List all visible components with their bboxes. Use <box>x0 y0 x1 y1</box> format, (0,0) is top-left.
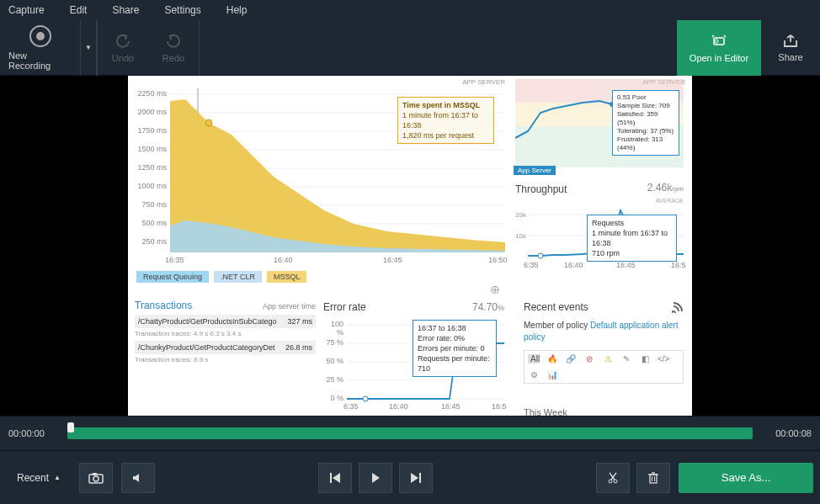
filter-code-icon[interactable]: </> <box>658 354 669 363</box>
redo-icon <box>165 33 182 50</box>
transaction-traces: Transaction traces: 8.9 s <box>135 356 316 363</box>
chart-legend: Request Queuing .NET CLR MSSQL <box>136 271 306 283</box>
timeline-track[interactable] <box>67 427 753 439</box>
svg-point-12 <box>205 119 212 126</box>
filter-layout-icon[interactable]: ◧ <box>639 354 651 363</box>
video-viewport: APP SERVER APP SERVER 2250 ms 2000 ms 17… <box>0 76 820 416</box>
volume-button[interactable] <box>121 463 155 493</box>
trash-icon <box>647 471 659 485</box>
svg-point-33 <box>609 480 612 483</box>
new-recording-label: New Recording <box>8 50 72 71</box>
menu-edit[interactable]: Edit <box>70 4 88 16</box>
svg-text:20k: 20k <box>515 211 527 219</box>
filter-edit-icon[interactable]: ✎ <box>620 354 632 363</box>
add-chart-icon[interactable]: ⊕ <box>490 283 500 296</box>
transaction-row[interactable]: /ChunkyProduct/GetProductCategoryDet 26.… <box>135 341 316 354</box>
transaction-row[interactable]: /ChattyProduct/GetProductsInSubCatego 32… <box>135 315 316 328</box>
svg-rect-0 <box>714 38 724 45</box>
transactions-subtitle: App server time <box>263 302 316 310</box>
event-filter-icons: All 🔥 🔗 ⊘ ⚠ ✎ ◧ </> ⚙ 📊 <box>524 350 684 384</box>
filter-chart-icon[interactable]: 📊 <box>546 370 558 379</box>
redo-button[interactable]: Redo <box>148 20 199 76</box>
svg-rect-32 <box>419 473 421 483</box>
svg-point-34 <box>614 480 617 483</box>
play-button[interactable] <box>359 463 392 493</box>
error-rate-title: Error rate <box>323 301 366 313</box>
svg-point-1 <box>715 40 718 43</box>
record-icon <box>29 25 51 47</box>
tooltip-throughput: Requests 1 minute from 16:37 to 16:38 71… <box>587 215 677 262</box>
svg-rect-35 <box>650 475 657 483</box>
new-recording-dropdown[interactable]: ▼ <box>80 20 97 76</box>
screenshot-button[interactable] <box>79 463 113 493</box>
save-as-button[interactable]: Save As... <box>679 463 813 493</box>
tooltip-apdex: 0.53 Poor Sample Size: 709 Satisfied: 35… <box>612 90 679 156</box>
transaction-traces: Transaction traces: 4.9 s 6.3 s 3.4 s <box>135 330 316 337</box>
svg-text:10k: 10k <box>515 232 527 240</box>
recent-button[interactable]: Recent▲ <box>7 463 71 493</box>
scissors-icon <box>607 471 619 485</box>
filter-block-icon[interactable]: ⊘ <box>583 354 595 363</box>
undo-label: Undo <box>112 53 134 63</box>
menu-share[interactable]: Share <box>112 4 139 16</box>
recent-events-panel: Recent events Member of policy Default a… <box>524 301 684 384</box>
editor-icon <box>710 33 728 50</box>
redo-label: Redo <box>162 53 184 63</box>
menu-settings[interactable]: Settings <box>164 4 200 16</box>
playhead[interactable] <box>67 422 74 432</box>
prev-button[interactable] <box>318 463 352 493</box>
error-rate-value: 74.70% <box>472 301 504 313</box>
controls-bar: Recent▲ Save As... <box>0 451 820 504</box>
transactions-title[interactable]: Transactions <box>135 300 192 311</box>
filter-all[interactable]: All <box>528 354 540 363</box>
legend-request-queuing[interactable]: Request Queuing <box>136 271 209 283</box>
events-body: Member of policy Default application ale… <box>524 320 684 343</box>
undo-button[interactable]: Undo <box>98 20 148 76</box>
menu-help[interactable]: Help <box>226 4 248 16</box>
rss-icon[interactable] <box>672 301 684 313</box>
cut-button[interactable] <box>596 463 630 493</box>
share-icon <box>781 34 800 49</box>
undo-icon <box>114 33 131 50</box>
this-week-label: This Week <box>524 407 567 416</box>
camera-icon <box>88 472 104 484</box>
share-button[interactable]: Share <box>761 20 820 76</box>
time-start: 00:00:00 <box>8 428 55 438</box>
delete-button[interactable] <box>636 463 670 493</box>
next-button[interactable] <box>399 463 433 493</box>
captured-content: APP SERVER APP SERVER 2250 ms 2000 ms 17… <box>128 76 692 416</box>
legend-mssql[interactable]: MSSQL <box>267 271 307 283</box>
new-recording-button[interactable]: New Recording <box>0 20 80 76</box>
filter-link-icon[interactable]: 🔗 <box>565 354 577 363</box>
svg-rect-31 <box>330 473 332 483</box>
tooltip-error: 16:37 to 16:38 Error rate: 0% Errors per… <box>413 320 497 377</box>
app-server-tag[interactable]: App Server <box>514 166 556 175</box>
open-editor-label: Open in Editor <box>690 53 748 63</box>
share-label: Share <box>778 52 802 62</box>
svg-point-29 <box>93 476 99 481</box>
throughput-title: Throughput <box>515 183 567 195</box>
prev-icon <box>329 472 341 484</box>
filter-warning-icon[interactable]: ⚠ <box>602 354 614 363</box>
filter-fire-icon[interactable]: 🔥 <box>546 354 558 363</box>
events-title: Recent events <box>524 301 684 313</box>
svg-point-21 <box>538 253 543 258</box>
svg-rect-30 <box>93 473 97 475</box>
legend-net-clr[interactable]: .NET CLR <box>214 271 262 283</box>
open-in-editor-button[interactable]: Open in Editor <box>677 20 761 76</box>
speaker-icon <box>131 472 145 484</box>
filter-gear-icon[interactable]: ⚙ <box>528 370 540 379</box>
tooltip-time-spent: Time spent in MSSQL 1 minute from 16:37 … <box>397 97 494 144</box>
timeline: 00:00:00 00:00:08 <box>0 416 820 451</box>
toolbar: New Recording ▼ Undo Redo Open in Editor… <box>0 20 820 76</box>
time-end: 00:00:08 <box>765 428 812 438</box>
menu-capture[interactable]: Capture <box>8 4 45 16</box>
transactions-panel: Transactions App server time /ChattyProd… <box>135 300 316 363</box>
svg-point-27 <box>363 396 368 401</box>
next-icon <box>410 472 422 484</box>
menu-bar: Capture Edit Share Settings Help <box>0 0 820 20</box>
play-icon <box>370 472 381 484</box>
